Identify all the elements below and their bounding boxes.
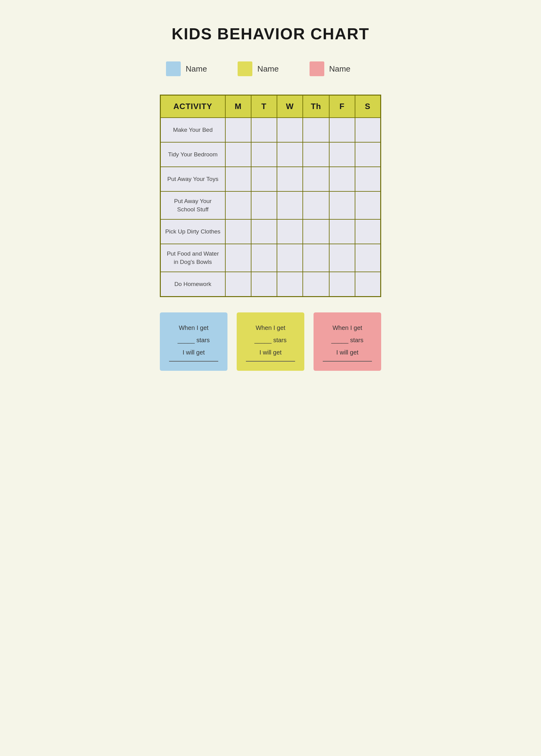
day-header-f: F — [329, 95, 355, 118]
day-header-w: W — [277, 95, 303, 118]
cell-0-m[interactable] — [225, 118, 251, 142]
cell-6-w[interactable] — [277, 272, 303, 296]
cell-2-f[interactable] — [329, 167, 355, 191]
reward-line2-1: _____ stars — [255, 337, 287, 344]
cell-0-s[interactable] — [355, 118, 381, 142]
activity-cell-0: Make Your Bed — [161, 118, 225, 142]
legend-color-0 — [166, 62, 181, 76]
cell-2-w[interactable] — [277, 167, 303, 191]
cell-1-th[interactable] — [303, 142, 329, 167]
table-row: Pick Up Dirty Clothes — [161, 219, 381, 244]
cell-2-m[interactable] — [225, 167, 251, 191]
legend-label-1: Name — [257, 64, 278, 74]
reward-line2-0: _____ stars — [178, 337, 210, 344]
reward-card-1: When I get _____ stars I will get — [237, 312, 304, 371]
page-container: KIDS BEHAVIOR CHART NameNameName ACTIVIT… — [135, 6, 406, 389]
reward-line3-1: I will get — [260, 349, 281, 356]
cell-4-m[interactable] — [225, 219, 251, 244]
cell-5-t[interactable] — [251, 244, 277, 272]
cell-5-f[interactable] — [329, 244, 355, 272]
activity-cell-2: Put Away Your Toys — [161, 167, 225, 191]
cell-5-s[interactable] — [355, 244, 381, 272]
cell-4-s[interactable] — [355, 219, 381, 244]
reward-blank-2 — [323, 361, 372, 362]
cell-6-th[interactable] — [303, 272, 329, 296]
activity-cell-5: Put Food and Water in Dog's Bowls — [161, 244, 225, 272]
day-header-t: T — [251, 95, 277, 118]
cell-3-w[interactable] — [277, 191, 303, 219]
cell-5-w[interactable] — [277, 244, 303, 272]
cell-0-t[interactable] — [251, 118, 277, 142]
activity-header: ACTIVITY — [161, 95, 225, 118]
table-row: Do Homework — [161, 272, 381, 296]
cell-3-s[interactable] — [355, 191, 381, 219]
table-row: Tidy Your Bedroom — [161, 142, 381, 167]
legend-label-0: Name — [186, 64, 207, 74]
cell-6-m[interactable] — [225, 272, 251, 296]
cell-0-f[interactable] — [329, 118, 355, 142]
activity-cell-6: Do Homework — [161, 272, 225, 296]
legend-item-1: Name — [238, 62, 278, 76]
day-header-m: M — [225, 95, 251, 118]
cell-5-m[interactable] — [225, 244, 251, 272]
cell-4-f[interactable] — [329, 219, 355, 244]
reward-line1-0: When I get — [179, 324, 209, 331]
cell-4-th[interactable] — [303, 219, 329, 244]
legend-section: NameNameName — [160, 62, 381, 76]
table-header-row: ACTIVITY MTWThFS — [161, 95, 381, 118]
cell-2-t[interactable] — [251, 167, 277, 191]
cell-3-th[interactable] — [303, 191, 329, 219]
reward-line1-2: When I get — [332, 324, 362, 331]
cell-3-f[interactable] — [329, 191, 355, 219]
cell-3-t[interactable] — [251, 191, 277, 219]
cell-1-f[interactable] — [329, 142, 355, 167]
activity-cell-3: Put Away Your School Stuff — [161, 191, 225, 219]
page-title: KIDS BEHAVIOR CHART — [160, 25, 381, 43]
cell-0-th[interactable] — [303, 118, 329, 142]
table-row: Put Food and Water in Dog's Bowls — [161, 244, 381, 272]
behavior-chart-table: ACTIVITY MTWThFS Make Your BedTidy Your … — [160, 95, 381, 297]
reward-section: When I get _____ stars I will get When I… — [160, 312, 381, 371]
legend-color-2 — [309, 62, 324, 76]
cell-2-th[interactable] — [303, 167, 329, 191]
cell-4-t[interactable] — [251, 219, 277, 244]
legend-label-2: Name — [329, 64, 350, 74]
cell-0-w[interactable] — [277, 118, 303, 142]
table-body: Make Your BedTidy Your BedroomPut Away Y… — [161, 118, 381, 296]
reward-line3-0: I will get — [183, 349, 205, 356]
table-row: Put Away Your School Stuff — [161, 191, 381, 219]
reward-line2-2: _____ stars — [331, 337, 364, 344]
cell-6-f[interactable] — [329, 272, 355, 296]
table-row: Put Away Your Toys — [161, 167, 381, 191]
cell-1-w[interactable] — [277, 142, 303, 167]
reward-blank-0 — [169, 361, 218, 362]
cell-4-w[interactable] — [277, 219, 303, 244]
table-row: Make Your Bed — [161, 118, 381, 142]
reward-line3-2: I will get — [336, 349, 358, 356]
cell-1-t[interactable] — [251, 142, 277, 167]
activity-cell-1: Tidy Your Bedroom — [161, 142, 225, 167]
reward-blank-1 — [246, 361, 295, 362]
cell-1-m[interactable] — [225, 142, 251, 167]
cell-1-s[interactable] — [355, 142, 381, 167]
day-header-th: Th — [303, 95, 329, 118]
legend-item-2: Name — [309, 62, 350, 76]
cell-6-s[interactable] — [355, 272, 381, 296]
reward-line1-1: When I get — [256, 324, 285, 331]
legend-item-0: Name — [166, 62, 207, 76]
reward-card-0: When I get _____ stars I will get — [160, 312, 228, 371]
cell-2-s[interactable] — [355, 167, 381, 191]
reward-card-2: When I get _____ stars I will get — [313, 312, 381, 371]
day-header-s: S — [355, 95, 381, 118]
cell-6-t[interactable] — [251, 272, 277, 296]
cell-5-th[interactable] — [303, 244, 329, 272]
legend-color-1 — [238, 62, 253, 76]
activity-cell-4: Pick Up Dirty Clothes — [161, 219, 225, 244]
cell-3-m[interactable] — [225, 191, 251, 219]
